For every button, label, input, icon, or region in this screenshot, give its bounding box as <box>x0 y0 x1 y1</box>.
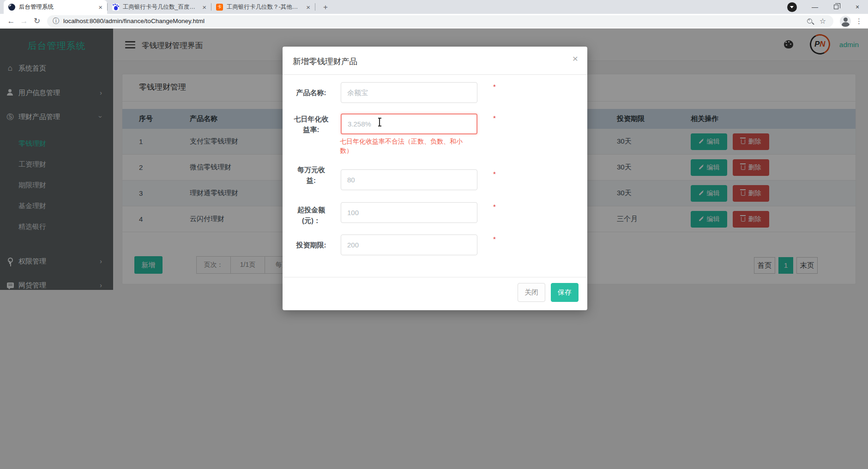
back-icon[interactable]: ← <box>5 17 18 26</box>
tab-title: 工商银行卡几位数？-其他问题知 <box>227 3 302 11</box>
required-asterisk: * <box>493 170 496 178</box>
modal-footer-divider <box>283 277 587 277</box>
invest-term-input[interactable] <box>341 234 477 255</box>
tab-favicon-admin-icon <box>8 4 15 11</box>
browser-chrome: 后台管理系统 × 工商银行卡号几位数_百度搜索 × 卡 工商银行卡几位数？-其他… <box>0 0 868 29</box>
restore-icon <box>834 5 838 9</box>
add-product-modal: 新增零钱理财产品 × 产品名称: * 七日年化收 益率: * 七日年化收益率不合… <box>283 47 587 310</box>
field-label-min-amount: 起投金额 (元)： <box>286 204 336 226</box>
required-asterisk: * <box>493 114 496 122</box>
tab-admin-system[interactable]: 后台管理系统 × <box>4 0 107 14</box>
tab-close-icon[interactable]: × <box>202 4 206 11</box>
tab-title: 工商银行卡号几位数_百度搜索 <box>123 3 199 11</box>
page-info-icon[interactable]: ⓘ <box>53 17 59 25</box>
tab-title: 后台管理系统 <box>19 3 95 11</box>
validation-error-text: 七日年化收益率不合法（正数、负数、和小数） <box>340 137 465 155</box>
text-cursor-icon <box>379 118 380 126</box>
tab-favicon-card-icon: 卡 <box>216 4 223 11</box>
field-label-per-10k-earning: 每万元收 益: <box>286 164 336 186</box>
modal-save-button[interactable]: 保存 <box>551 283 579 302</box>
url-text[interactable]: localhost:8080/admin/finance/toChangeMon… <box>63 18 807 24</box>
refresh-icon[interactable]: ↻ <box>30 16 43 26</box>
browser-profile-avatar[interactable] <box>840 16 851 27</box>
tab-close-icon[interactable]: × <box>98 4 102 11</box>
tab-strip: 后台管理系统 × 工商银行卡号几位数_百度搜索 × 卡 工商银行卡几位数？-其他… <box>0 0 868 14</box>
forward-icon[interactable]: → <box>18 17 30 26</box>
min-amount-input[interactable] <box>341 202 477 223</box>
tab-card-question[interactable]: 卡 工商银行卡几位数？-其他问题知 × <box>211 0 315 14</box>
modal-close-button[interactable]: 关闭 <box>518 283 545 302</box>
admin-app: 后台管理系统 ⌂ 系统首页 用户信息管理 › Ⓢ 理财产品管理 › 零钱理财 工… <box>0 29 868 469</box>
required-asterisk: * <box>493 203 496 210</box>
window-minimize-button[interactable]: — <box>804 0 826 14</box>
per-10k-earning-input[interactable] <box>341 169 477 190</box>
tab-baidu-search[interactable]: 工商银行卡号几位数_百度搜索 × <box>108 0 211 14</box>
window-controls: — × <box>787 0 868 14</box>
browser-toolbar: ← → ↻ ⓘ localhost:8080/admin/finance/toC… <box>0 14 868 29</box>
required-asterisk: * <box>493 83 496 90</box>
tab-separator <box>315 3 315 11</box>
window-restore-button[interactable] <box>826 0 847 14</box>
browser-menu-icon[interactable]: ⋮ <box>856 17 862 25</box>
window-close-button[interactable]: × <box>847 0 868 14</box>
field-label-seven-day-yield: 七日年化收 益率: <box>286 114 336 135</box>
tab-close-icon[interactable]: × <box>306 4 310 11</box>
tab-search-icon[interactable] <box>787 2 797 12</box>
product-name-input[interactable] <box>341 82 477 103</box>
modal-close-icon[interactable]: × <box>573 53 578 64</box>
new-tab-button[interactable]: + <box>320 3 331 12</box>
zoom-page-icon[interactable] <box>807 18 812 24</box>
modal-title: 新增零钱理财产品 <box>293 56 357 67</box>
seven-day-yield-input[interactable] <box>341 114 477 134</box>
bookmark-star-icon[interactable]: ☆ <box>820 17 826 25</box>
modal-header: 新增零钱理财产品 × <box>283 47 587 75</box>
address-bar[interactable]: ⓘ localhost:8080/admin/finance/toChangeM… <box>47 15 833 27</box>
tab-favicon-baidu-icon <box>112 4 119 11</box>
required-asterisk: * <box>493 235 496 243</box>
field-label-product-name: 产品名称: <box>286 87 336 98</box>
field-label-invest-term: 投资期限: <box>286 240 336 250</box>
